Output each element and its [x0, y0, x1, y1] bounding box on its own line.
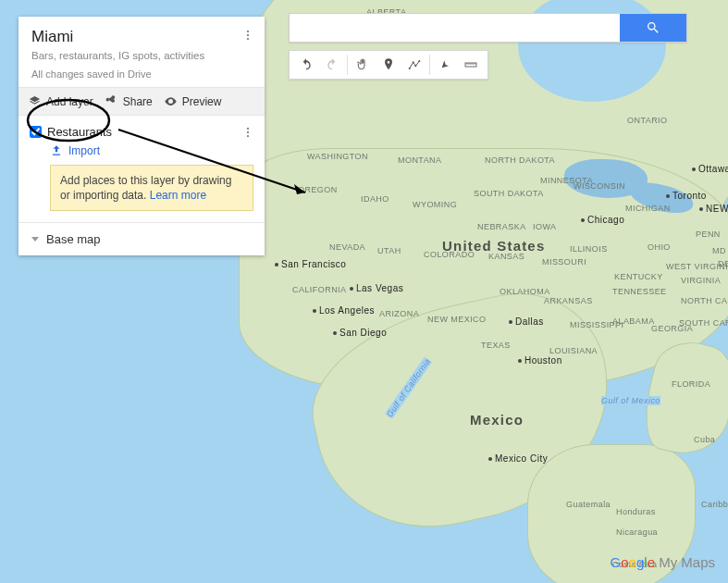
google-mymaps-logo: Google My Maps [611, 554, 715, 570]
panel-actions: Add layer Share Preview [19, 87, 265, 116]
search-button[interactable] [620, 14, 686, 42]
layer-tip: Add places to this layer by drawing or i… [50, 165, 253, 211]
panel-menu-button[interactable] [239, 26, 257, 44]
search-bar [289, 13, 687, 43]
save-status: All changes saved in Drive [31, 68, 252, 80]
svg-point-6 [247, 34, 249, 36]
svg-point-3 [418, 60, 420, 62]
chevron-down-icon [31, 237, 39, 242]
kebab-icon [241, 126, 254, 139]
map-title[interactable]: Miami [31, 28, 252, 46]
basemap-label: Base map [46, 232, 101, 246]
svg-point-0 [409, 68, 411, 69]
svg-point-9 [247, 131, 249, 133]
svg-point-8 [247, 128, 249, 130]
map-toolbar [289, 50, 488, 80]
kebab-icon [241, 29, 254, 42]
preview-label: Preview [182, 95, 222, 108]
layer-name[interactable]: Restaurants [47, 125, 112, 139]
basemap-toggle[interactable]: Base map [19, 222, 265, 255]
search-icon [646, 20, 660, 35]
layer-block: Restaurants Import Add places to this la… [19, 116, 265, 222]
app-root: { "search": {"placeholder": ""}, "panel"… [0, 0, 728, 583]
eye-icon [164, 94, 178, 108]
share-label: Share [123, 95, 153, 108]
directions-button[interactable] [432, 52, 458, 78]
svg-point-1 [413, 61, 414, 63]
measure-button[interactable] [458, 52, 484, 78]
pan-hand-button[interactable] [350, 52, 376, 78]
add-layer-label: Add layer [46, 95, 93, 108]
undo-button[interactable] [293, 52, 319, 78]
svg-point-5 [247, 31, 249, 32]
layers-icon [28, 94, 42, 108]
svg-point-10 [247, 135, 249, 137]
learn-more-link[interactable]: Learn more [150, 189, 206, 202]
add-marker-button[interactable] [376, 52, 401, 78]
import-icon [50, 144, 63, 157]
preview-button[interactable]: Preview [164, 94, 222, 108]
share-button[interactable]: Share [105, 94, 153, 108]
share-icon [105, 94, 118, 108]
layer-visibility-checkbox[interactable] [30, 126, 42, 138]
draw-line-button[interactable] [401, 52, 427, 78]
layer-menu-button[interactable] [239, 123, 257, 142]
search-input[interactable] [290, 14, 620, 42]
side-panel: Miami Bars, restaurants, IG spots, activ… [19, 17, 265, 255]
add-layer-button[interactable]: Add layer [28, 94, 93, 108]
redo-button[interactable] [319, 52, 345, 78]
svg-point-2 [414, 65, 416, 67]
svg-point-7 [247, 38, 249, 40]
map-subtitle: Bars, restaurants, IG spots, activities [31, 50, 252, 61]
import-link[interactable]: Import [50, 144, 253, 157]
